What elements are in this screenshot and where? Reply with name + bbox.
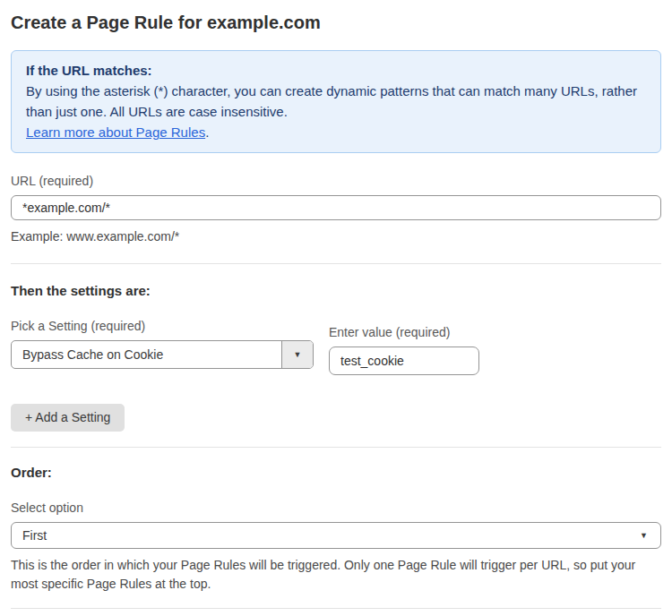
url-matches-info-box: If the URL matches: By using the asteris…	[11, 50, 661, 153]
divider	[11, 608, 661, 609]
setting-dropdown[interactable]: Bypass Cache on Cookie ▼	[11, 340, 314, 369]
create-page-rule-form: Create a Page Rule for example.com If th…	[0, 0, 672, 616]
order-select[interactable]: First ▼	[11, 522, 661, 549]
pick-setting-label: Pick a Setting (required)	[11, 319, 314, 333]
page-title: Create a Page Rule for example.com	[11, 12, 661, 33]
info-box-link-line: Learn more about Page Rules.	[26, 122, 646, 142]
enter-value-label: Enter value (required)	[329, 325, 479, 339]
info-box-body: By using the asterisk (*) character, you…	[26, 81, 646, 122]
setting-value-input[interactable]	[329, 346, 479, 375]
divider	[11, 263, 661, 264]
setting-dropdown-value: Bypass Cache on Cookie	[12, 341, 281, 368]
learn-more-link[interactable]: Learn more about Page Rules	[26, 124, 205, 140]
chevron-down-icon: ▼	[294, 351, 302, 359]
select-option-label: Select option	[11, 500, 661, 515]
settings-row: Pick a Setting (required) Bypass Cache o…	[11, 319, 661, 375]
add-setting-button[interactable]: + Add a Setting	[11, 404, 125, 432]
link-period: .	[205, 124, 209, 140]
order-select-value: First	[22, 528, 47, 543]
order-section-heading: Order:	[11, 465, 661, 481]
settings-section-heading: Then the settings are:	[11, 283, 661, 299]
url-input[interactable]	[11, 195, 661, 220]
url-example-helper: Example: www.example.com/*	[11, 227, 661, 246]
info-box-heading: If the URL matches:	[26, 60, 646, 81]
pick-setting-column: Pick a Setting (required) Bypass Cache o…	[11, 319, 314, 369]
enter-value-column: Enter value (required)	[329, 325, 479, 375]
order-helper-text: This is the order in which your Page Rul…	[11, 556, 658, 594]
divider	[11, 447, 661, 448]
setting-dropdown-arrow-button[interactable]: ▼	[281, 341, 313, 368]
chevron-down-icon: ▼	[640, 532, 648, 540]
url-label: URL (required)	[11, 174, 661, 188]
